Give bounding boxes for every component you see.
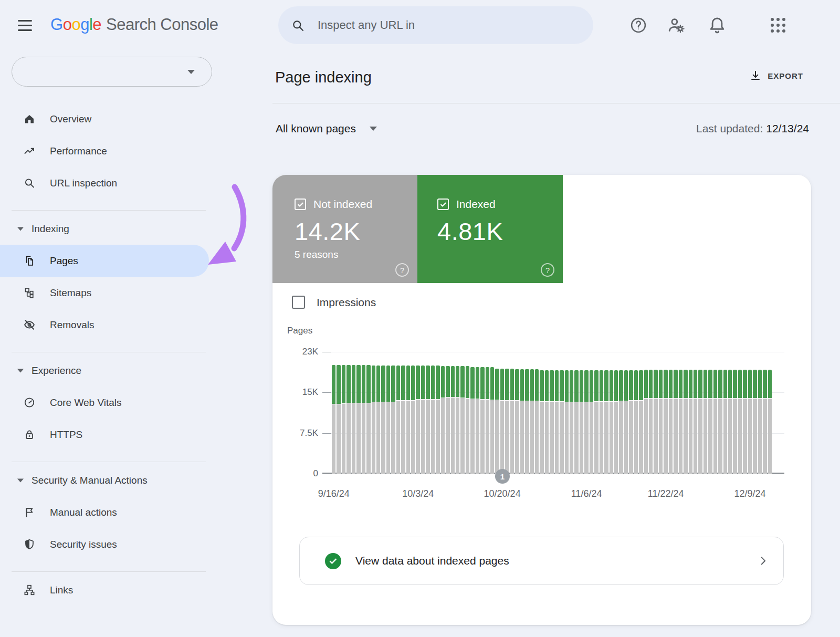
not-indexed-segment [466, 398, 469, 474]
not-indexed-segment [372, 402, 375, 474]
not-indexed-segment [362, 403, 365, 474]
bar-day-57 [614, 370, 618, 474]
view-indexed-pages-button[interactable]: View data about indexed pages [299, 537, 784, 585]
not-indexed-segment [386, 402, 390, 474]
indexed-segment [639, 370, 643, 400]
sidebar-item-label: Sitemaps [50, 287, 91, 299]
export-button[interactable]: EXPORT [749, 69, 803, 82]
indexed-segment [470, 367, 474, 399]
not-indexed-checkbox[interactable] [295, 199, 306, 210]
indexed-segment [659, 370, 663, 398]
bar-day-83 [743, 370, 747, 474]
sidebar-item-core-web-vitals[interactable]: Core Web Vitals [0, 387, 209, 419]
sidebar-item-label: Links [50, 584, 73, 596]
x-axis-tick-labels: 9/16/2410/3/2410/20/2411/6/2411/22/2412/… [322, 488, 784, 502]
not-indexed-segment [659, 398, 663, 474]
indexed-segment [446, 366, 449, 397]
bar-day-39 [525, 369, 529, 474]
indexed-segment [466, 366, 469, 398]
indexed-segment [565, 370, 569, 402]
user-settings-icon[interactable] [666, 15, 687, 36]
bar-day-36 [510, 369, 514, 474]
sidebar-section-experience[interactable]: Experience [0, 354, 252, 387]
notifications-bell-icon[interactable] [707, 15, 728, 36]
not-indexed-segment [376, 402, 380, 474]
bar-day-16 [411, 366, 415, 474]
indexed-segment [580, 370, 583, 402]
not-indexed-segment [684, 398, 687, 474]
indexed-segment [520, 369, 524, 401]
bar-day-38 [520, 369, 524, 474]
not-indexed-segment [753, 398, 757, 474]
not-indexed-segment [694, 398, 697, 474]
bar-day-86 [758, 370, 762, 474]
bar-day-25 [456, 366, 459, 474]
search-input[interactable] [318, 18, 581, 32]
not-indexed-segment [600, 401, 603, 474]
not-indexed-segment [718, 398, 722, 474]
performance-icon [23, 145, 36, 158]
sidebar-item-links[interactable]: Links [0, 574, 209, 606]
chart-annotation-marker[interactable]: 1 [495, 469, 510, 484]
help-icon[interactable]: ? [395, 263, 409, 277]
sidebar-item-https[interactable]: HTTPS [0, 419, 209, 451]
sidebar-item-manual-actions[interactable]: Manual actions [0, 496, 209, 528]
sidebar-item-url-inspection[interactable]: URL inspection [0, 167, 209, 199]
bar-day-42 [540, 370, 543, 474]
sidebar-item-performance[interactable]: Performance [0, 135, 209, 167]
filter-label: All known pages [276, 122, 356, 135]
help-icon[interactable]: ? [541, 263, 554, 277]
page-filter-dropdown[interactable]: All known pages [276, 122, 377, 135]
not-indexed-segment [723, 398, 727, 474]
not-indexed-segment [530, 401, 534, 474]
bar-day-52 [590, 370, 593, 474]
not-indexed-segment [381, 402, 385, 474]
bar-day-17 [416, 366, 419, 474]
sidebar-item-label: Removals [50, 319, 94, 331]
bar-day-33 [495, 369, 499, 474]
sidebar-section-indexing[interactable]: Indexing [0, 213, 252, 245]
sidebar-item-label: Pages [50, 255, 78, 267]
not-indexed-segment [451, 397, 455, 474]
removals-icon [23, 319, 36, 331]
bar-day-14 [401, 366, 405, 474]
sidebar-item-pages[interactable]: Pages [0, 245, 209, 277]
sidebar-item-removals[interactable]: Removals [0, 309, 209, 341]
not-indexed-segment [634, 400, 638, 474]
not-indexed-segment [689, 398, 692, 474]
indexed-checkbox[interactable] [437, 199, 449, 210]
url-inspection-searchbar[interactable] [278, 6, 593, 44]
indexed-segment [634, 370, 638, 400]
apps-grid-icon[interactable] [768, 15, 789, 36]
impressions-checkbox[interactable] [292, 296, 305, 309]
bar-day-26 [460, 366, 464, 474]
not-indexed-segment [550, 401, 553, 474]
not-indexed-card[interactable]: Not indexed 14.2K 5 reasons ? [272, 175, 417, 283]
sidebar-divider [12, 352, 206, 352]
indexed-segment [619, 370, 623, 401]
indexed-segment [654, 370, 657, 398]
bar-day-80 [728, 370, 732, 474]
not-indexed-segment [476, 399, 479, 474]
property-selector[interactable] [12, 57, 212, 87]
sidebar-item-label: Experience [32, 365, 81, 377]
help-icon[interactable] [628, 15, 649, 36]
sidebar-item-security-issues[interactable]: Security issues [0, 528, 209, 560]
not-indexed-segment [426, 399, 429, 474]
sidebar-section-security-manual-actions[interactable]: Security & Manual Actions [0, 464, 252, 496]
indexed-segment [495, 369, 499, 400]
not-indexed-segment [441, 398, 445, 474]
google-logo-letter: o [71, 15, 80, 34]
bar-day-75 [704, 370, 707, 474]
bar-day-13 [396, 366, 400, 474]
indexed-segment [674, 370, 677, 398]
bar-day-84 [748, 370, 752, 474]
bar-day-8 [372, 366, 375, 474]
bar-day-69 [674, 370, 677, 474]
menu-hamburger-icon[interactable] [18, 17, 37, 33]
chevron-down-icon [17, 369, 24, 372]
indexed-card[interactable]: Indexed 4.81K ? [417, 175, 563, 283]
indexed-segment [574, 370, 578, 402]
sidebar-item-overview[interactable]: Overview [0, 103, 209, 135]
sidebar-item-sitemaps[interactable]: Sitemaps [0, 277, 209, 309]
